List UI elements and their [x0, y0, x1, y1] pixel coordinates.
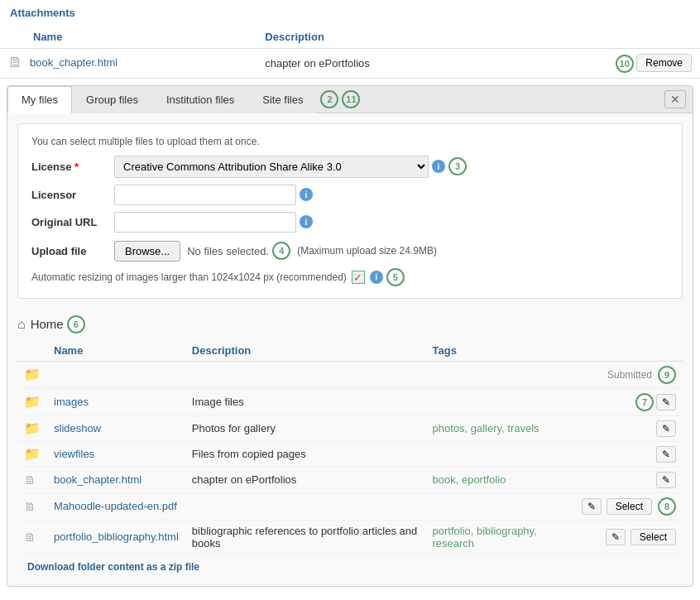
no-files-text: No files selected. [187, 245, 269, 257]
close-button[interactable]: ✕ [664, 90, 686, 108]
badge-10: 10 [616, 55, 634, 73]
table-row: 🗎 portfolio_bibliography.html bibliograp… [17, 520, 683, 554]
license-row: License * Creative Commons Attribution S… [31, 156, 669, 178]
file-description: Files from copied pages [185, 441, 426, 467]
files-col-tags: Tags [426, 340, 575, 362]
badge-2: 2 [320, 90, 338, 108]
file-tags: book, eportfolio [426, 467, 575, 492]
file-doc-icon: 🗎 [24, 473, 36, 487]
licensor-row: Licensor i [31, 185, 669, 205]
edit-button[interactable]: ✎ [656, 420, 676, 437]
file-description [185, 492, 426, 520]
folder-icon: 📁 [24, 447, 41, 461]
submitted-text: Submitted [607, 369, 652, 381]
license-select[interactable]: Creative Commons Attribution Share Alike… [114, 156, 429, 178]
home-title: ⌂ Home 6 [17, 315, 683, 334]
edit-button[interactable]: ✎ [582, 498, 602, 515]
edit-button[interactable]: ✎ [656, 394, 676, 410]
edit-button[interactable]: ✎ [656, 472, 676, 488]
url-input[interactable] [114, 212, 296, 233]
home-icon: ⌂ [17, 317, 26, 332]
badge-11: 11 [342, 90, 360, 108]
file-tags [426, 492, 575, 520]
tab-my-files[interactable]: My files [7, 86, 72, 113]
folder-icon: 📁 [24, 367, 41, 382]
home-section: ⌂ Home 6 Name Description Tags 📁 [7, 309, 693, 586]
upload-file-label: Upload file [31, 245, 114, 257]
upload-info-text: You can select multiple files to upload … [31, 136, 669, 147]
table-row: 📁 slideshow Photos for gallery photos, g… [17, 415, 683, 441]
file-name-link[interactable]: slideshow [54, 422, 101, 434]
select-button[interactable]: Select [607, 498, 652, 515]
files-col-actions [575, 340, 683, 362]
col-name: Name [0, 26, 257, 49]
tab-group-files[interactable]: Group files [72, 86, 152, 113]
col-description: Description [257, 26, 504, 49]
file-tags: photos, gallery, travels [426, 415, 575, 441]
files-col-icon [17, 340, 47, 362]
folder-icon: 📁 [24, 395, 41, 409]
table-row: 📁 Submitted 9 [17, 361, 683, 388]
file-name-link[interactable]: book_chapter.html [54, 473, 141, 486]
url-info-icon[interactable]: i [300, 215, 313, 228]
table-row: 📁 images Image files 7 ✎ [17, 388, 683, 415]
remove-button[interactable]: Remove [636, 54, 692, 72]
licensor-info-icon[interactable]: i [300, 188, 313, 201]
url-label: Original URL [31, 216, 114, 228]
badge-3: 3 [448, 157, 467, 175]
file-name-link[interactable]: portfolio_bibliography.html [54, 530, 179, 543]
file-description: Photos for gallery [185, 415, 426, 441]
table-row: 📁 viewfiles Files from copied pages ✎ [17, 441, 683, 467]
folder-icon: 📁 [24, 421, 41, 435]
file-doc-icon: 🗎 [24, 530, 36, 544]
tab-site-files[interactable]: Site files [248, 86, 317, 113]
download-zip-link[interactable]: Download folder content as a zip file [17, 554, 209, 579]
edit-button[interactable]: ✎ [656, 446, 676, 463]
file-tags: portfolio, bibliography, research [426, 520, 575, 554]
file-name-link[interactable]: Mahoodle-updated-en.pdf [54, 500, 177, 512]
badge-8: 8 [658, 497, 676, 516]
file-description: chapter on ePortfolios [185, 467, 426, 492]
file-name-link[interactable]: images [54, 396, 89, 408]
resize-text: Automatic resizing of images larger than… [31, 271, 347, 283]
badge-6: 6 [67, 315, 85, 334]
upload-panel: You can select multiple files to upload … [17, 123, 683, 299]
resize-info-icon[interactable]: i [370, 271, 383, 284]
licensor-input[interactable] [114, 185, 296, 205]
browse-button[interactable]: Browse... [114, 241, 180, 262]
attachments-header: Attachments [0, 0, 700, 26]
home-title-text: Home [31, 317, 64, 331]
badge-7: 7 [635, 393, 654, 411]
file-picker-panel: My files Group files Institution files S… [7, 85, 693, 587]
max-size-text: (Maximum upload size 24.9MB) [297, 245, 437, 257]
files-col-name: Name [47, 340, 185, 362]
badge-5: 5 [386, 268, 405, 286]
edit-button[interactable]: ✎ [606, 529, 626, 545]
resize-row: Automatic resizing of images larger than… [31, 268, 669, 286]
file-doc-icon: 🗎 [24, 500, 36, 513]
file-description: Image files [185, 388, 426, 415]
file-name-link[interactable]: viewfiles [54, 448, 94, 460]
table-row: 🗎 Mahoodle-updated-en.pdf ✎ Select 8 [17, 492, 683, 520]
license-info-icon[interactable]: i [432, 160, 445, 173]
table-row: 🗎 book_chapter.html chapter on ePortfoli… [17, 467, 683, 492]
badge-9: 9 [658, 366, 676, 384]
select-button[interactable]: Select [630, 529, 676, 545]
url-row: Original URL i [31, 212, 669, 233]
licensor-label: Licensor [31, 189, 114, 201]
resize-checkbox[interactable]: ✓ [352, 271, 365, 284]
files-col-description: Description [185, 340, 426, 362]
file-doc-icon: 🗎 [8, 54, 23, 71]
badge-4: 4 [272, 242, 290, 260]
tab-institution-files[interactable]: Institution files [152, 86, 248, 113]
attached-file-description: chapter on ePortfolios [257, 49, 504, 79]
files-table: Name Description Tags 📁 Submitted [17, 340, 683, 554]
upload-file-row: Upload file Browse... No files selected.… [31, 241, 669, 262]
license-label: License * [31, 161, 114, 173]
attached-file-row: 🗎 book_chapter.html chapter on ePortfoli… [0, 49, 700, 79]
file-tags [426, 388, 575, 415]
tabs-row: My files Group files Institution files S… [7, 86, 693, 113]
attached-file-link[interactable]: book_chapter.html [30, 56, 117, 69]
file-description: bibliographic references to portfolio ar… [185, 520, 426, 554]
file-tags [426, 441, 575, 467]
